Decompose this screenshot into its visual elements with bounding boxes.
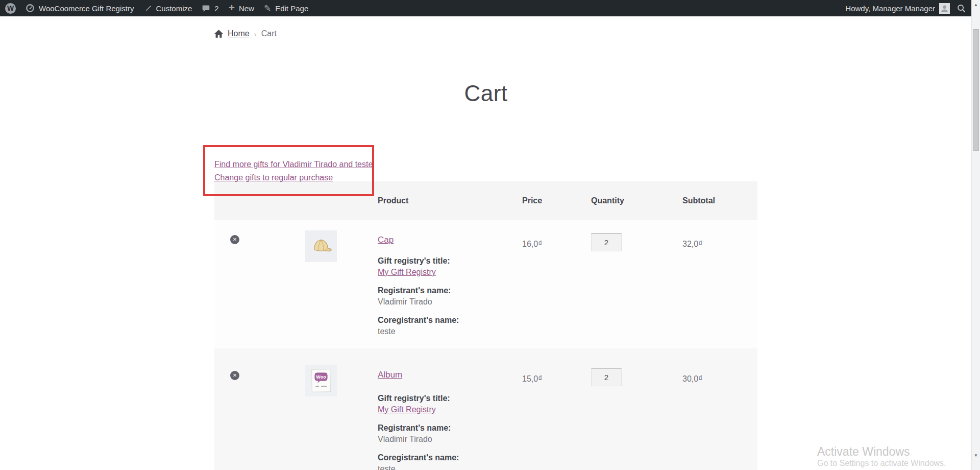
product-link-cap[interactable]: Cap [378, 235, 394, 245]
subtotal-cell: 30,0₫ [682, 374, 702, 384]
coregistrant-label: Coregistrant's name: [378, 452, 459, 463]
edit-page-menu[interactable]: ✎ Edit Page [264, 0, 308, 16]
paintbrush-icon [143, 4, 152, 12]
find-more-gifts-link[interactable]: Find more gifts for Vladimir Tirado and … [214, 158, 373, 171]
remove-item-button[interactable]: ✕ [230, 371, 239, 380]
vertical-scrollbar[interactable]: ▲ ▼ [971, 0, 980, 470]
customize-label: Customize [156, 4, 192, 13]
product-thumbnail-album[interactable]: Woo [305, 365, 337, 396]
change-gifts-link[interactable]: Change gifts to regular purchase [214, 171, 373, 184]
coregistrant-name: teste [378, 463, 459, 470]
cart-table: Product Price Quantity Subtotal ✕ Cap 16… [214, 181, 757, 470]
wordpress-logo-icon: W [5, 3, 16, 14]
gift-registry-meta: Gift registry's title: My Gift Registry … [378, 393, 459, 470]
coregistrant-name: teste [378, 326, 459, 337]
subtotal-cell: 32,0₫ [682, 240, 702, 249]
new-label: New [239, 4, 254, 13]
gift-title-label: Gift registry's title: [378, 255, 459, 267]
registrant-label: Registrant's name: [378, 422, 459, 434]
remove-item-button[interactable]: ✕ [230, 235, 239, 244]
registrant-name: Vladimir Tirado [378, 434, 459, 445]
registrant-label: Registrant's name: [378, 285, 459, 296]
scrollbar-thumb[interactable] [973, 29, 979, 151]
breadcrumb-separator: › [254, 30, 257, 38]
registrant-name: Vladimir Tirado [378, 296, 459, 308]
price-cell: 16,0₫ [522, 240, 542, 249]
dashboard-gauge-icon [26, 4, 35, 13]
header-price: Price [522, 196, 542, 205]
breadcrumb-home-link[interactable]: Home [228, 29, 250, 38]
cart-row-cap: ✕ Cap 16,0₫ 32,0₫ Gift registry's title:… [214, 220, 757, 348]
comments-menu[interactable]: 2 [202, 0, 218, 16]
product-thumbnail-cap[interactable] [305, 230, 337, 262]
price-cell: 15,0₫ [522, 374, 542, 384]
scroll-down-arrow-icon[interactable]: ▼ [972, 452, 980, 460]
registry-links: Find more gifts for Vladimir Tirado and … [214, 158, 373, 184]
breadcrumb-current: Cart [261, 29, 277, 38]
breadcrumb: Home › Cart [214, 29, 277, 38]
cart-row-album: ✕ Woo Album 15,0₫ 30,0₫ Gift registry's … [214, 348, 757, 470]
new-content-menu[interactable]: + New [229, 0, 254, 16]
avatar [939, 3, 950, 14]
comments-count: 2 [214, 4, 218, 13]
gift-registry-link[interactable]: My Gift Registry [378, 267, 436, 278]
activate-windows-watermark: Activate Windows Go to Settings to activ… [817, 445, 946, 468]
search-button[interactable] [957, 4, 966, 13]
quantity-input[interactable] [591, 368, 622, 386]
home-icon [214, 30, 223, 38]
coregistrant-label: Coregistrant's name: [378, 315, 459, 326]
gift-title-label: Gift registry's title: [378, 393, 459, 404]
watermark-title: Activate Windows [817, 445, 946, 458]
my-account-menu[interactable]: Howdy, Manager Manager [845, 3, 950, 14]
gift-registry-meta: Gift registry's title: My Gift Registry … [378, 255, 459, 344]
plus-icon: + [229, 3, 235, 13]
wp-logo-menu[interactable]: W [5, 0, 16, 16]
comment-bubble-icon [202, 4, 210, 13]
watermark-subtitle: Go to Settings to activate Windows. [817, 458, 946, 468]
header-product: Product [378, 196, 408, 205]
product-link-album[interactable]: Album [378, 370, 402, 380]
header-quantity: Quantity [591, 196, 624, 205]
search-icon [957, 4, 966, 13]
gift-registry-link[interactable]: My Gift Registry [378, 404, 436, 415]
scroll-up-arrow-icon[interactable]: ▲ [972, 1, 980, 9]
header-subtotal: Subtotal [682, 196, 715, 205]
edit-page-label: Edit Page [275, 4, 308, 13]
wp-admin-bar: W WooCoomerce Gift Registry Customize [0, 0, 971, 16]
customize-menu[interactable]: Customize [143, 0, 192, 16]
svg-text:Woo: Woo [316, 374, 326, 380]
quantity-input[interactable] [591, 233, 622, 251]
cart-table-header: Product Price Quantity Subtotal [214, 181, 757, 220]
site-name-label: WooCoomerce Gift Registry [39, 4, 134, 13]
page-title: Cart [214, 81, 757, 106]
admin-bar-right: Howdy, Manager Manager [845, 3, 966, 14]
site-name-menu[interactable]: WooCoomerce Gift Registry [26, 0, 134, 16]
admin-bar-left: W WooCoomerce Gift Registry Customize [5, 0, 308, 16]
howdy-label: Howdy, Manager Manager [845, 4, 935, 13]
pencil-icon: ✎ [264, 4, 271, 13]
